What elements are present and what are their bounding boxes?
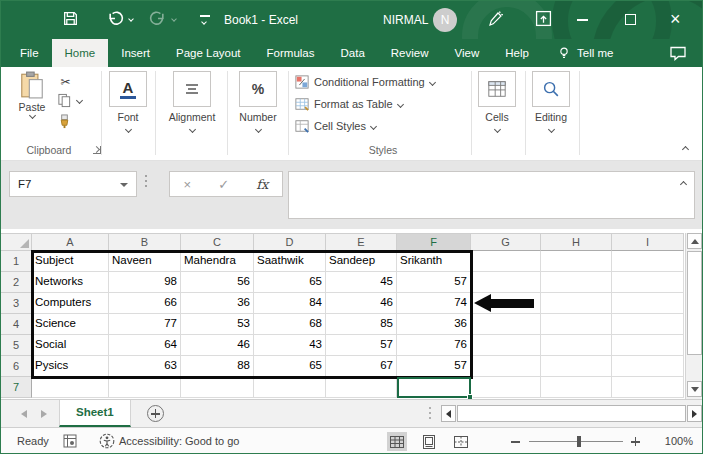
scroll-up-button[interactable]: [687, 233, 702, 249]
sheet-tab-sheet1[interactable]: Sheet1: [59, 400, 131, 427]
active-cell-F7[interactable]: [397, 377, 471, 398]
cell-G2[interactable]: [471, 272, 541, 293]
status-bar: Ready Accessibility: Good to go 100%: [1, 427, 702, 454]
scrollbar-splitter-icon[interactable]: [429, 407, 431, 419]
normal-view-button[interactable]: [387, 432, 407, 451]
zoom-out-icon[interactable]: [511, 441, 520, 443]
cell-I6[interactable]: [612, 356, 684, 377]
cell-I4[interactable]: [612, 314, 684, 335]
zoom-slider[interactable]: [529, 441, 623, 442]
row-header-6[interactable]: 6: [1, 356, 32, 377]
zoom-level[interactable]: 100%: [653, 435, 693, 447]
row-header-5[interactable]: 5: [1, 335, 32, 356]
cell-I1[interactable]: [612, 251, 684, 272]
cell-B7[interactable]: [109, 377, 181, 398]
plus-icon: [151, 413, 160, 415]
cell-H1[interactable]: [541, 251, 612, 272]
cell-G5[interactable]: [471, 335, 541, 356]
status-mode: Ready: [17, 435, 49, 447]
worksheet-grid: ABCDEFGHI1SubjectNaveenMahendraSaathwikS…: [1, 1, 703, 454]
column-header-D[interactable]: D: [254, 233, 326, 251]
cell-G7[interactable]: [471, 377, 541, 398]
new-sheet-button[interactable]: [147, 405, 164, 422]
column-header-G[interactable]: G: [471, 233, 541, 251]
annotation-arrow: [474, 294, 534, 312]
scroll-down-button[interactable]: [687, 381, 702, 397]
cell-I3[interactable]: [612, 293, 684, 314]
sheet-nav-right-icon[interactable]: [41, 410, 47, 418]
cell-G1[interactable]: [471, 251, 541, 272]
cell-E7[interactable]: [326, 377, 397, 398]
column-header-H[interactable]: H: [541, 233, 612, 251]
column-header-B[interactable]: B: [109, 233, 181, 251]
cell-A7[interactable]: [32, 377, 109, 398]
cell-H2[interactable]: [541, 272, 612, 293]
excel-window: Book1 - Excel NIRMAL N × FileHomeInsertP…: [0, 0, 703, 454]
cell-H4[interactable]: [541, 314, 612, 335]
scroll-left-button[interactable]: [441, 405, 456, 422]
column-header-F[interactable]: F: [397, 233, 471, 251]
accessibility-icon[interactable]: [99, 433, 115, 451]
cell-H6[interactable]: [541, 356, 612, 377]
accessibility-status[interactable]: Accessibility: Good to go: [119, 435, 239, 447]
row-header-7[interactable]: 7: [1, 377, 32, 398]
cell-C7[interactable]: [181, 377, 254, 398]
column-header-A[interactable]: A: [32, 233, 109, 251]
sheet-tab-bar: Sheet1: [1, 399, 702, 427]
cell-H7[interactable]: [541, 377, 612, 398]
scroll-right-button[interactable]: [687, 405, 702, 422]
row-header-4[interactable]: 4: [1, 314, 32, 335]
page-layout-view-button[interactable]: [419, 432, 439, 451]
cell-I5[interactable]: [612, 335, 684, 356]
cell-G6[interactable]: [471, 356, 541, 377]
horizontal-scrollbar[interactable]: [457, 405, 686, 422]
column-header-E[interactable]: E: [326, 233, 397, 251]
cell-I2[interactable]: [612, 272, 684, 293]
cell-H5[interactable]: [541, 335, 612, 356]
zoom-in-icon[interactable]: [631, 441, 640, 443]
row-header-2[interactable]: 2: [1, 272, 32, 293]
column-header-C[interactable]: C: [181, 233, 254, 251]
cell-H3[interactable]: [541, 293, 612, 314]
macro-record-icon[interactable]: [63, 434, 77, 450]
cell-I7[interactable]: [612, 377, 684, 398]
vscroll-thumb[interactable]: [687, 251, 702, 355]
table-highlight-border: [31, 250, 473, 379]
column-header-I[interactable]: I: [612, 233, 684, 251]
cell-G4[interactable]: [471, 314, 541, 335]
select-all-button[interactable]: [1, 233, 32, 251]
sheet-nav-left-icon[interactable]: [21, 410, 27, 418]
vertical-scrollbar[interactable]: [685, 233, 702, 399]
cell-D7[interactable]: [254, 377, 326, 398]
hscroll-thumb[interactable]: [457, 405, 686, 422]
zoom-slider-thumb[interactable]: [577, 436, 581, 447]
row-header-3[interactable]: 3: [1, 293, 32, 314]
page-break-preview-button[interactable]: [451, 432, 471, 451]
row-header-1[interactable]: 1: [1, 251, 32, 272]
